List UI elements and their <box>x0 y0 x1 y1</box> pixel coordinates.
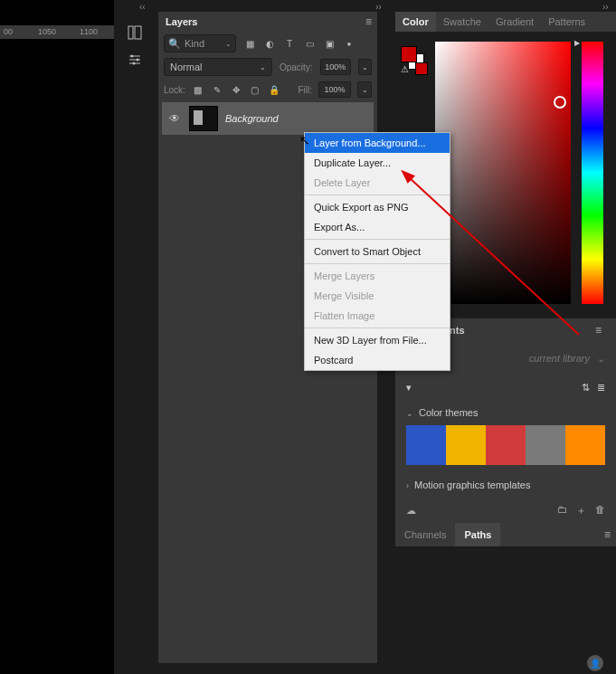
svg-rect-0 <box>128 26 133 39</box>
tab-paths[interactable]: Paths <box>455 523 500 546</box>
adjustments-icon[interactable] <box>124 49 146 71</box>
tab-channels[interactable]: Channels <box>395 523 455 546</box>
chevron-down-icon: ⌄ <box>225 40 232 48</box>
context-menu-item[interactable]: Postcard <box>305 350 450 370</box>
document-canvas[interactable] <box>0 0 114 674</box>
lock-all-icon[interactable]: 🔒 <box>268 83 280 96</box>
chevron-down-icon: ⌄ <box>260 63 266 71</box>
theme-swatch[interactable] <box>486 425 526 465</box>
chevron-down-icon: ⌄ <box>406 409 413 418</box>
motion-title: Motion graphics templates <box>414 479 530 490</box>
search-icon: 🔍 <box>168 38 181 50</box>
kind-filter[interactable]: 🔍 Kind ⌄ <box>164 34 236 52</box>
filter-adjust-icon[interactable]: ◐ <box>263 37 276 50</box>
blend-mode-value: Normal <box>170 62 202 72</box>
ruler-tick: 00 <box>4 27 13 36</box>
libraries-footer: ☁ 🗀 ＋ 🗑 <box>395 498 616 523</box>
layers-tab[interactable]: Layers <box>158 12 204 32</box>
sort-icon[interactable]: ⇅ <box>582 382 590 394</box>
profile-icon[interactable]: 👤 <box>587 655 603 671</box>
cloud-icon[interactable]: ☁ <box>406 505 416 517</box>
filter-smart-icon[interactable]: ▣ <box>323 37 336 50</box>
svg-rect-1 <box>135 26 141 39</box>
context-menu-separator <box>305 328 450 328</box>
theme-swatch[interactable] <box>526 425 565 465</box>
collapse-right-icon[interactable]: ›› <box>375 2 382 12</box>
ruler-tick: 1050 <box>38 27 56 36</box>
lock-artboard-icon[interactable]: ▢ <box>249 83 261 96</box>
context-menu-item[interactable]: Export As... <box>305 217 450 237</box>
trash-icon[interactable]: 🗑 <box>595 504 605 517</box>
chevron-right-icon: › <box>406 481 409 490</box>
opacity-label: Opacity: <box>280 62 313 72</box>
color-picker-ring[interactable] <box>554 96 566 109</box>
tab-gradient[interactable]: Gradient <box>488 12 541 32</box>
list-view-icon[interactable]: ≣ <box>597 382 605 394</box>
context-menu-item: Merge Layers <box>305 266 450 286</box>
add-icon[interactable]: ＋ <box>576 504 586 517</box>
opacity-input[interactable]: 100% <box>320 59 351 75</box>
motion-graphics-section[interactable]: ›Motion graphics templates <box>395 472 616 498</box>
color-themes-section: ⌄Color themes <box>395 400 616 472</box>
visibility-toggle-icon[interactable]: 👁 <box>167 112 182 125</box>
filter-shape-icon[interactable]: ▭ <box>303 37 316 50</box>
theme-swatch[interactable] <box>406 425 446 465</box>
foreground-color-swatch[interactable] <box>401 46 417 62</box>
context-menu-separator <box>305 263 450 264</box>
color-themes-title: Color themes <box>419 407 478 418</box>
fill-input[interactable]: 100% <box>318 81 351 98</box>
color-panel-header: Color Swatche Gradient Patterns <box>395 12 616 32</box>
tab-color[interactable]: Color <box>395 12 436 32</box>
theme-swatch[interactable] <box>565 425 605 465</box>
context-menu-separator <box>305 239 450 240</box>
blend-mode-select[interactable]: Normal ⌄ <box>164 58 272 76</box>
panel-menu-icon[interactable]: ≡ <box>595 324 602 337</box>
gamut-swatch[interactable] <box>415 62 428 75</box>
opacity-chevron-icon[interactable]: ⌄ <box>358 59 372 75</box>
context-menu-item: Delete Layer <box>305 173 450 193</box>
filter-type-icon[interactable]: T <box>283 37 296 50</box>
ruler-tick: 1100 <box>80 27 98 36</box>
lock-pixels-icon[interactable]: ▩ <box>192 83 204 96</box>
svg-point-6 <box>137 59 139 62</box>
color-field[interactable] <box>435 42 571 304</box>
context-menu-item[interactable]: Quick Export as PNG <box>305 197 450 217</box>
context-menu-item[interactable]: New 3D Layer from File... <box>305 330 450 350</box>
panel-menu-icon[interactable]: ≡ <box>604 528 611 541</box>
filter-image-icon[interactable]: ▦ <box>243 37 256 50</box>
tab-patterns[interactable]: Patterns <box>541 12 592 32</box>
lock-brush-icon[interactable]: ✎ <box>211 83 223 96</box>
fill-label: Fill: <box>298 85 312 95</box>
context-menu-item[interactable]: Layer from Background... <box>305 133 450 153</box>
context-menu-item[interactable]: Convert to Smart Object <box>305 242 450 261</box>
layer-context-menu: Layer from Background...Duplicate Layer.… <box>304 132 450 371</box>
funnel-icon[interactable]: ▾ <box>406 382 412 394</box>
fill-chevron-icon[interactable]: ⌄ <box>357 81 372 98</box>
hue-indicator-icon: ▶ <box>574 39 580 47</box>
filter-toggle-icon[interactable]: ● <box>343 37 355 50</box>
layer-row-background[interactable]: 👁 Background <box>162 102 374 135</box>
context-menu-item[interactable]: Duplicate Layer... <box>305 153 450 173</box>
svg-point-5 <box>131 55 134 58</box>
layer-thumbnail[interactable] <box>189 106 218 131</box>
kind-label: Kind <box>185 38 204 49</box>
layer-name[interactable]: Background <box>225 113 279 124</box>
collapse-far-right-icon[interactable]: ›› <box>602 2 609 12</box>
gamut-warning-icon[interactable]: ⚠ <box>401 64 409 74</box>
section-toggle[interactable]: ⌄Color themes <box>406 407 605 418</box>
tab-swatches[interactable]: Swatche <box>436 12 488 32</box>
library-placeholder: current library <box>529 353 590 364</box>
lock-label: Lock: <box>164 85 185 95</box>
lock-position-icon[interactable]: ✥ <box>230 83 242 96</box>
context-menu-item: Merge Visible <box>305 286 450 306</box>
collapse-left-icon[interactable]: ‹‹ <box>139 2 146 12</box>
properties-icon[interactable] <box>124 22 146 43</box>
theme-swatch[interactable] <box>446 425 486 465</box>
folder-icon[interactable]: 🗀 <box>557 504 567 517</box>
context-menu-separator <box>305 195 450 195</box>
color-theme-swatch-group[interactable] <box>406 425 605 465</box>
panel-menu-icon[interactable]: ≡ <box>365 15 372 28</box>
horizontal-ruler: 00 1050 1100 <box>0 25 114 39</box>
context-menu-item: Flatten Image <box>305 306 450 326</box>
hue-slider[interactable] <box>582 42 603 304</box>
